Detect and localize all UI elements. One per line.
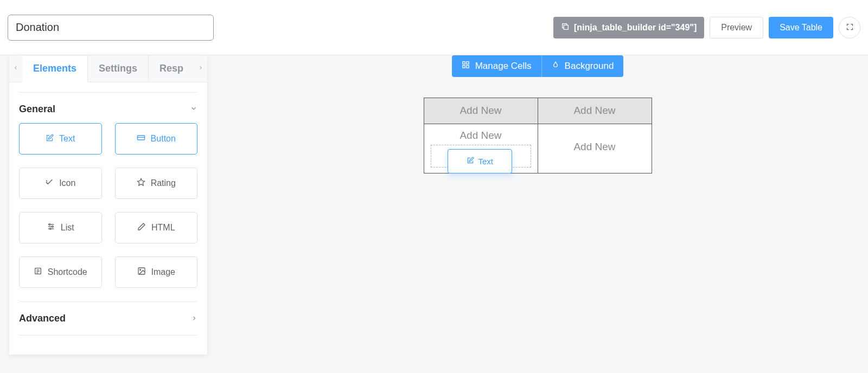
svg-point-7 bbox=[49, 224, 50, 226]
element-rating-label: Rating bbox=[151, 178, 176, 188]
edit-icon bbox=[467, 157, 474, 166]
edit-icon bbox=[46, 134, 54, 144]
element-shortcode[interactable]: Shortcode bbox=[19, 256, 102, 288]
sliders-icon bbox=[47, 222, 55, 233]
drag-label: Text bbox=[478, 157, 494, 166]
table-header-cell[interactable]: Add New bbox=[424, 98, 538, 124]
sidebar-content: General Text Button Icon bbox=[9, 92, 207, 336]
element-shortcode-label: Shortcode bbox=[48, 267, 87, 277]
grid-icon bbox=[462, 61, 470, 72]
advanced-label: Advanced bbox=[19, 313, 66, 324]
header-bar: [ninja_table_builder id="349"] Preview S… bbox=[0, 0, 868, 55]
element-text[interactable]: Text bbox=[19, 123, 102, 155]
save-table-button[interactable]: Save Table bbox=[769, 17, 833, 38]
table-wrapper: Add New Add New Add New Tex bbox=[424, 98, 652, 173]
element-icon-label: Icon bbox=[59, 178, 75, 188]
image-icon bbox=[137, 267, 146, 278]
element-html-label: HTML bbox=[151, 223, 175, 233]
svg-point-9 bbox=[49, 228, 51, 230]
fullscreen-button[interactable] bbox=[839, 17, 860, 38]
pencil-icon bbox=[137, 222, 146, 233]
addnew-placeholder: Add New bbox=[573, 141, 615, 153]
shortcode-button[interactable]: [ninja_table_builder id="349"] bbox=[553, 17, 704, 38]
tab-scroll-left[interactable] bbox=[9, 55, 22, 82]
general-label: General bbox=[19, 104, 55, 115]
chevron-left-icon bbox=[13, 64, 18, 73]
element-html[interactable]: HTML bbox=[115, 212, 198, 243]
paint-icon bbox=[552, 61, 559, 72]
svg-rect-16 bbox=[463, 62, 465, 64]
tab-elements[interactable]: Elements bbox=[22, 56, 88, 82]
check-icon bbox=[45, 178, 54, 189]
advanced-section-header[interactable]: Advanced bbox=[19, 301, 197, 336]
shortcode-icon bbox=[34, 267, 42, 278]
element-button[interactable]: Button bbox=[115, 123, 198, 155]
svg-point-15 bbox=[139, 269, 141, 271]
addnew-placeholder: Add New bbox=[459, 130, 501, 142]
element-text-label: Text bbox=[59, 134, 75, 144]
dragging-element-card[interactable]: Text bbox=[448, 149, 513, 173]
svg-point-8 bbox=[52, 226, 53, 228]
svg-marker-3 bbox=[137, 178, 144, 185]
fullscreen-icon bbox=[846, 23, 854, 33]
svg-rect-0 bbox=[564, 25, 568, 29]
element-icon[interactable]: Icon bbox=[19, 168, 102, 199]
background-button[interactable]: Background bbox=[542, 55, 624, 77]
sidebar-tabs: Elements Settings Resp bbox=[9, 55, 207, 82]
svg-rect-18 bbox=[463, 66, 465, 68]
workspace: Elements Settings Resp General Text bbox=[0, 55, 868, 373]
manage-cells-button[interactable]: Manage Cells bbox=[452, 55, 542, 77]
chevron-right-icon bbox=[198, 64, 203, 73]
builder-table: Add New Add New Add New Tex bbox=[424, 98, 652, 173]
element-image[interactable]: Image bbox=[115, 256, 198, 288]
element-list-label: List bbox=[61, 223, 74, 233]
copy-icon bbox=[561, 22, 570, 33]
element-rating[interactable]: Rating bbox=[115, 168, 198, 199]
tab-scroll-right[interactable] bbox=[194, 55, 207, 82]
shortcode-label: [ninja_table_builder id="349"] bbox=[574, 23, 697, 33]
general-section-header[interactable]: General bbox=[19, 92, 197, 123]
element-image-label: Image bbox=[151, 267, 175, 277]
table-body-cell[interactable]: Add New bbox=[538, 124, 652, 173]
table-header-cell[interactable]: Add New bbox=[538, 98, 652, 124]
sidebar: Elements Settings Resp General Text bbox=[9, 55, 207, 355]
star-icon bbox=[137, 178, 145, 189]
element-list[interactable]: List bbox=[19, 212, 102, 243]
table-title-input[interactable] bbox=[8, 15, 214, 41]
tab-resp[interactable]: Resp bbox=[149, 56, 194, 81]
elements-grid: Text Button Icon Rating List bbox=[19, 123, 197, 301]
svg-rect-19 bbox=[466, 66, 468, 68]
table-body-cell[interactable]: Add New Text Text bbox=[424, 124, 538, 173]
svg-rect-17 bbox=[466, 62, 468, 64]
canvas-toolbar: Manage Cells Background bbox=[452, 55, 624, 77]
button-icon bbox=[137, 133, 145, 144]
preview-button[interactable]: Preview bbox=[710, 17, 763, 38]
manage-cells-label: Manage Cells bbox=[475, 61, 532, 72]
header-actions: [ninja_table_builder id="349"] Preview S… bbox=[553, 17, 860, 38]
chevron-right-icon bbox=[191, 314, 197, 324]
drop-zone[interactable]: Text Text bbox=[431, 145, 531, 168]
chevron-down-icon bbox=[190, 105, 197, 114]
background-label: Background bbox=[565, 61, 614, 72]
tab-settings[interactable]: Settings bbox=[88, 56, 149, 81]
canvas: Manage Cells Background Add New Add New bbox=[207, 55, 868, 373]
element-button-label: Button bbox=[151, 134, 176, 144]
